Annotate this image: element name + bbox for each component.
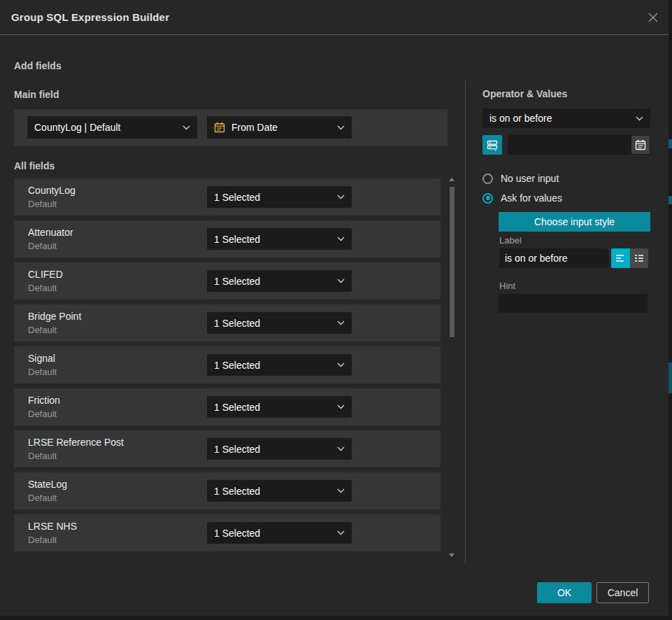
- field-subtitle: Default: [28, 283, 57, 293]
- radio-on-icon: [482, 193, 493, 204]
- main-field-label: Main field: [14, 89, 59, 100]
- operator-values-heading: Operator & Values: [482, 88, 650, 99]
- radio-no-user-input-label: No user input: [501, 173, 559, 184]
- field-row: LRSE Reference Post Default 1 Selected: [14, 430, 441, 467]
- chevron-down-icon: [337, 279, 345, 283]
- field-subtitle: Default: [28, 367, 57, 377]
- field-selected-value: 1 Selected: [214, 318, 337, 329]
- close-icon[interactable]: [645, 9, 662, 26]
- field-subtitle: Default: [28, 325, 57, 335]
- field-selected-dropdown[interactable]: 1 Selected: [207, 354, 352, 376]
- field-selected-dropdown[interactable]: 1 Selected: [207, 438, 352, 460]
- background-app-sliver-right: [669, 0, 672, 620]
- radio-off-icon: [482, 174, 493, 184]
- main-date-field-dropdown-value: From Date: [231, 122, 337, 133]
- field-name: Bridge Point: [28, 311, 81, 322]
- label-field-label: Label: [499, 235, 522, 246]
- field-selected-dropdown[interactable]: 1 Selected: [207, 480, 352, 502]
- operator-dropdown[interactable]: is on or before: [482, 108, 650, 128]
- hint-field-label: Hint: [499, 281, 515, 291]
- field-row: Bridge Point Default 1 Selected: [14, 304, 441, 341]
- field-name: LRSE Reference Post: [28, 437, 124, 448]
- chevron-down-icon: [337, 446, 345, 451]
- background-app-sliver-bottom: [0, 616, 669, 620]
- field-name: CountyLog: [28, 185, 76, 196]
- chevron-down-icon: [337, 362, 345, 367]
- field-row: Signal Default 1 Selected: [14, 346, 441, 383]
- scrollbar-thumb[interactable]: [450, 187, 455, 337]
- field-row: CLIFED Default 1 Selected: [14, 262, 441, 300]
- list-scrollbar: [449, 176, 455, 558]
- all-fields-list: CountyLog Default 1 Selected Attenuator …: [14, 178, 441, 556]
- chevron-down-icon: [337, 530, 345, 535]
- field-selected-value: 1 Selected: [214, 192, 337, 203]
- field-name: CLIFED: [28, 269, 63, 280]
- value-row: [482, 135, 650, 155]
- calendar-picker-icon: [635, 139, 646, 150]
- chevron-down-icon: [337, 320, 345, 325]
- field-selected-value: 1 Selected: [214, 402, 337, 413]
- field-selected-dropdown[interactable]: 1 Selected: [207, 522, 352, 544]
- unique-values-button[interactable]: [482, 135, 502, 155]
- field-selected-value: 1 Selected: [214, 444, 337, 455]
- field-row: StateLog Default 1 Selected: [14, 472, 441, 509]
- date-picker-button[interactable]: [631, 136, 650, 154]
- radio-ask-for-values[interactable]: Ask for values: [482, 192, 562, 204]
- field-name: Signal: [28, 353, 55, 364]
- add-fields-heading: Add fields: [14, 60, 62, 71]
- field-selected-value: 1 Selected: [214, 234, 337, 245]
- field-selected-dropdown[interactable]: 1 Selected: [207, 186, 352, 208]
- group-sql-expression-builder-dialog: Group SQL Expression Builder Add fields …: [0, 0, 669, 616]
- field-name: StateLog: [28, 479, 67, 490]
- all-fields-label: All fields: [14, 160, 55, 171]
- list-input-style-button[interactable]: [630, 248, 649, 268]
- scrollbar-down-arrow-icon[interactable]: [449, 554, 455, 557]
- list-icon: [634, 254, 644, 262]
- main-date-field-dropdown[interactable]: From Date: [207, 116, 352, 139]
- chevron-down-icon: [337, 488, 345, 493]
- chevron-down-icon: [337, 237, 345, 241]
- main-field-band: CountyLog | Default From Date: [14, 109, 448, 146]
- chevron-down-icon: [337, 195, 345, 199]
- field-name: Friction: [28, 395, 60, 406]
- calendar-icon: [214, 122, 225, 133]
- dialog-title: Group SQL Expression Builder: [11, 11, 169, 23]
- field-selected-dropdown[interactable]: 1 Selected: [207, 270, 352, 292]
- hint-input[interactable]: [499, 294, 648, 313]
- chevron-down-icon: [337, 404, 345, 409]
- label-input[interactable]: [499, 248, 608, 268]
- align-left-icon: [615, 254, 625, 262]
- vertical-divider: [465, 80, 466, 563]
- field-selected-dropdown[interactable]: 1 Selected: [207, 228, 352, 250]
- field-selected-value: 1 Selected: [214, 276, 337, 287]
- radio-no-user-input[interactable]: No user input: [482, 172, 559, 185]
- field-row: Friction Default 1 Selected: [14, 388, 441, 425]
- field-name: Attenuator: [28, 227, 73, 238]
- operator-values-panel: Operator & Values is on or before: [482, 84, 650, 95]
- dialog-titlebar: Group SQL Expression Builder: [0, 0, 669, 35]
- label-style-segmented-control: [611, 248, 648, 268]
- cancel-button[interactable]: Cancel: [596, 582, 649, 603]
- main-layer-dropdown[interactable]: CountyLog | Default: [27, 116, 197, 139]
- field-selected-value: 1 Selected: [214, 528, 337, 539]
- scrollbar-up-arrow-icon[interactable]: [449, 178, 455, 181]
- chevron-down-icon: [636, 116, 643, 121]
- field-subtitle: Default: [28, 241, 57, 251]
- ok-button[interactable]: OK: [537, 582, 592, 603]
- field-selected-dropdown[interactable]: 1 Selected: [207, 396, 352, 418]
- main-layer-dropdown-value: CountyLog | Default: [34, 122, 183, 133]
- field-subtitle: Default: [28, 409, 57, 419]
- field-row: Attenuator Default 1 Selected: [14, 220, 441, 258]
- unique-values-icon: [486, 139, 499, 151]
- field-subtitle: Default: [28, 493, 57, 503]
- field-subtitle: Default: [28, 535, 57, 545]
- operator-dropdown-value: is on or before: [489, 113, 636, 124]
- field-row: LRSE NHS Default 1 Selected: [14, 514, 441, 551]
- field-selected-dropdown[interactable]: 1 Selected: [207, 312, 352, 334]
- field-name: LRSE NHS: [28, 521, 77, 532]
- value-input[interactable]: [508, 135, 650, 155]
- text-input-style-button[interactable]: [611, 248, 630, 268]
- choose-input-style-button[interactable]: Choose input style: [499, 212, 650, 232]
- field-selected-value: 1 Selected: [214, 486, 337, 497]
- chevron-down-icon: [183, 125, 190, 130]
